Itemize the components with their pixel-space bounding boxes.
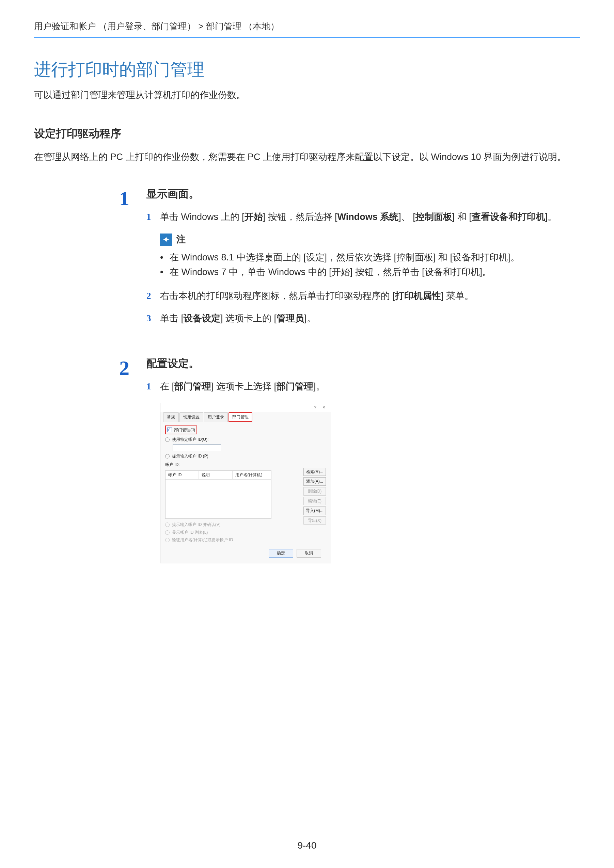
substep-number: 1	[146, 210, 160, 224]
substep-number: 3	[146, 312, 160, 326]
tab-general[interactable]: 常规	[163, 412, 179, 422]
account-id-table: 帐户 ID 说明 用户名(计算机)	[165, 470, 271, 519]
import-button[interactable]: 导入(M)...	[303, 507, 326, 515]
radio-specific-account-label: 使用特定帐户 ID(U):	[172, 436, 208, 443]
intro-paragraph: 可以通过部门管理来管理从计算机打印的作业份数。	[34, 88, 580, 102]
dialog-screenshot: 1 2 ? × 常规 锁定设置 用户登录 部门管理	[160, 403, 341, 563]
tab-job-accounting[interactable]: 部门管理	[229, 412, 252, 422]
step-2-sub-1: 1 在 [部门管理] 选项卡上选择 [部门管理]。	[146, 380, 580, 394]
job-accounting-checkbox-row[interactable]: 部门管理(J)	[165, 425, 197, 435]
radio-verify-user-label: 验证用户名(计算机)或提示帐户 ID	[172, 537, 233, 543]
step-2-title: 配置设定。	[146, 358, 580, 369]
note-icon: ✦	[160, 234, 172, 246]
step-1-title: 显示画面。	[146, 188, 580, 200]
radio-verify-user	[165, 538, 169, 542]
account-id-label: 帐户 ID:	[165, 462, 326, 468]
th-account-id: 帐户 ID	[165, 471, 199, 479]
section-heading: 设定打印驱动程序	[34, 126, 580, 141]
step-2-number: 2	[34, 358, 146, 563]
page-title: 进行打印时的部门管理	[34, 58, 580, 81]
cancel-button[interactable]: 取消	[297, 549, 321, 558]
radio-prompt-confirm-label: 提示输入帐户 ID 并确认(V)	[172, 521, 221, 528]
tab-lock-settings[interactable]: 锁定设置	[179, 412, 203, 422]
radio-prompt-account[interactable]	[165, 454, 169, 459]
job-accounting-checkbox-label: 部门管理(J)	[174, 427, 195, 433]
retrieve-button[interactable]: 检索(R)...	[303, 468, 326, 476]
step-1-sub-3: 3 单击 [设备设定] 选项卡上的 [管理员]。	[146, 312, 580, 326]
close-icon[interactable]: ×	[320, 404, 327, 411]
export-button[interactable]: 导出(X)	[303, 516, 326, 525]
substep-number: 2	[146, 289, 160, 303]
page-number: 9-40	[0, 840, 614, 851]
job-accounting-checkbox[interactable]	[167, 428, 172, 432]
step-1: 1 显示画面。 1 单击 Windows 上的 [开始] 按钮，然后选择 [Wi…	[34, 188, 580, 334]
step-1-number: 1	[34, 188, 146, 334]
radio-prompt-confirm	[165, 522, 169, 527]
tab-user-login[interactable]: 用户登录	[204, 412, 228, 422]
note-item-1: 在 Windows 8.1 中选择桌面上的 [设定]，然后依次选择 [控制面板]…	[169, 250, 520, 265]
section-body: 在管理从网络上的 PC 上打印的作业份数，您需要在 PC 上使用打印驱动程序来配…	[34, 150, 580, 164]
step-1-sub-2: 2 右击本机的打印驱动程序图标，然后单击打印驱动程序的 [打印机属性] 菜单。	[146, 289, 580, 303]
th-description: 说明	[199, 471, 232, 479]
add-button[interactable]: 添加(A)...	[303, 477, 326, 486]
ok-button[interactable]: 确定	[269, 549, 293, 558]
specific-account-input[interactable]	[173, 444, 221, 451]
note-box: ✦ 注 • 在 Windows 8.1 中选择桌面上的 [设定]，然后依次选择 …	[160, 232, 580, 279]
substep-text: 在 [部门管理] 选项卡上选择 [部门管理]。	[160, 380, 580, 394]
breadcrumb: 用户验证和帐户 （用户登录、部门管理） > 部门管理 （本地）	[34, 20, 580, 38]
step-2: 2 配置设定。 1 在 [部门管理] 选项卡上选择 [部门管理]。 1 2	[34, 358, 580, 563]
note-item-2: 在 Windows 7 中，单击 Windows 中的 [开始] 按钮，然后单击…	[169, 265, 491, 279]
radio-show-list-label: 显示帐户 ID 列表(L)	[172, 529, 208, 536]
delete-button[interactable]: 删除(D)	[303, 487, 326, 496]
radio-show-list	[165, 530, 169, 535]
note-title: 注	[176, 232, 186, 247]
edit-button[interactable]: 编辑(E)	[303, 497, 326, 505]
substep-text: 右击本机的打印驱动程序图标，然后单击打印驱动程序的 [打印机属性] 菜单。	[160, 289, 580, 303]
radio-prompt-account-label: 提示输入帐户 ID (P)	[172, 453, 208, 460]
help-icon[interactable]: ?	[312, 404, 319, 411]
dialog-title-bar: ? ×	[160, 403, 331, 412]
step-1-sub-1: 1 单击 Windows 上的 [开始] 按钮，然后选择 [Windows 系统…	[146, 210, 580, 224]
radio-specific-account[interactable]	[165, 437, 169, 442]
substep-number: 1	[146, 380, 160, 394]
th-username: 用户名(计算机)	[233, 471, 271, 479]
substep-text: 单击 [设备设定] 选项卡上的 [管理员]。	[160, 312, 580, 326]
substep-text: 单击 Windows 上的 [开始] 按钮，然后选择 [Windows 系统]、…	[160, 210, 580, 224]
